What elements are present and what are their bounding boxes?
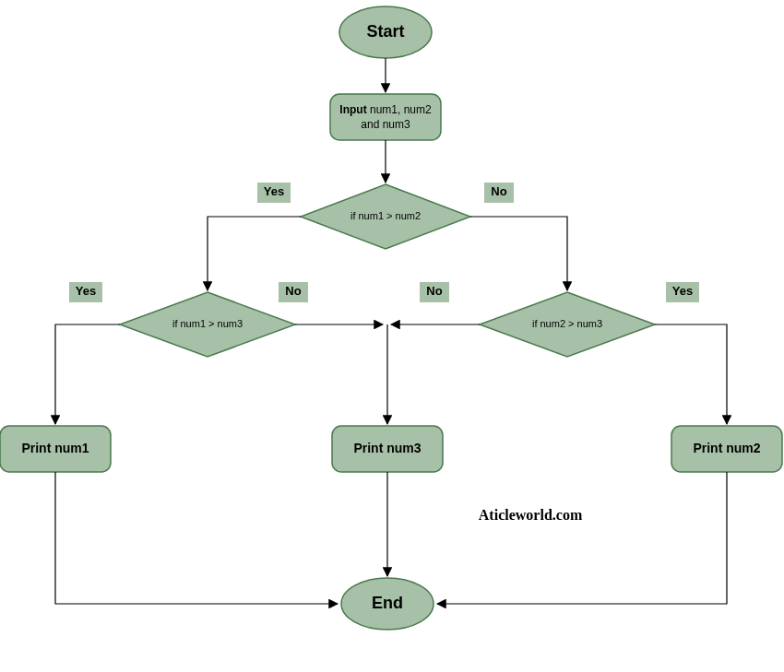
arrow-p1-end xyxy=(55,472,338,604)
watermark: Aticleworld.com xyxy=(479,507,583,523)
arrow-d2-yes xyxy=(55,324,120,424)
arrow-d3-yes xyxy=(655,324,727,424)
print3-label: Print num2 xyxy=(693,441,760,455)
decision2-label: if num1 > num3 xyxy=(172,318,243,329)
end-label: End xyxy=(372,594,403,612)
start-label: Start xyxy=(366,22,404,41)
d3-yes-text: Yes xyxy=(672,284,693,298)
print2-label: Print num3 xyxy=(353,441,421,455)
arrow-p3-end xyxy=(437,472,727,604)
decision1-label: if num1 > num2 xyxy=(350,210,421,221)
input-line1: Input num1, num2 xyxy=(339,103,432,116)
print1-label: Print num1 xyxy=(21,441,89,455)
d1-yes-text: Yes xyxy=(264,184,284,198)
d3-no-text: No xyxy=(426,284,442,298)
decision3-label: if num2 > num3 xyxy=(532,318,602,329)
arrow-d1-yes xyxy=(208,217,301,290)
d2-no-text: No xyxy=(285,284,301,298)
d1-no-text: No xyxy=(491,184,506,198)
input-node xyxy=(330,94,441,140)
input-line2: and num3 xyxy=(361,118,410,131)
flowchart-diagram: Start Input num1, num2 and num3 if num1 … xyxy=(0,0,784,672)
arrow-d1-no xyxy=(470,217,567,290)
d2-yes-text: Yes xyxy=(76,284,96,298)
